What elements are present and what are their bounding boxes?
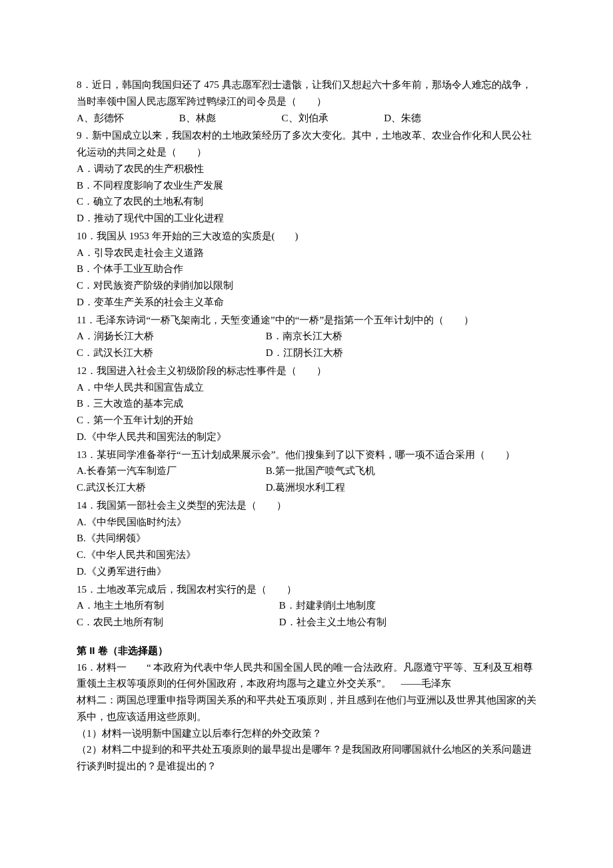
question-16-material-2: 材料二：两国总理重申指导两国关系的和平共处五项原则，并且感到在他们与亚洲以及世界… <box>77 692 536 725</box>
question-10-stem: 10．我国从 1953 年开始的三大改造的实质是( ) <box>77 228 536 245</box>
question-13-option-d: D.葛洲坝水利工程 <box>266 479 346 496</box>
question-9-option-c: C．确立了农民的土地私有制 <box>77 193 536 210</box>
question-16-sub-1: （1）材料一说明新中国建立以后奉行怎样的外交政策？ <box>77 725 536 742</box>
question-12-option-b: B．三大改造的基本完成 <box>77 395 536 412</box>
question-11-option-b: B．南京长江大桥 <box>266 328 342 345</box>
question-14-option-b: B.《共同纲领》 <box>77 530 536 547</box>
question-8-options: A、彭德怀 B、林彪 C、刘伯承 D、朱德 <box>77 110 536 127</box>
question-12-option-d: D.《中华人民共和国宪法的制定》 <box>77 429 536 445</box>
question-14-stem: 14．我国第一部社会主义类型的宪法是（ ） <box>77 497 536 514</box>
question-8-option-b: B、林彪 <box>179 110 279 127</box>
section-2-heading: 第 II 卷（非选择题） <box>77 643 536 659</box>
question-15: 15．土地改革完成后，我国农村实行的是（ ） A．地主土地所有制 B．封建剥削土… <box>77 581 536 631</box>
question-16: 16．材料一 “ 本政府为代表中华人民共和国全国人民的唯一合法政府。凡愿遵守平等… <box>77 659 536 775</box>
question-12-stem: 12．我国进入社会主义初级阶段的标志性事件是（ ） <box>77 363 536 379</box>
question-14-option-a: A.《中华民国临时约法》 <box>77 514 536 531</box>
question-8-stem: 8．近日，韩国向我国归还了 475 具志愿军烈士遗骸，让我们又想起六十多年前，那… <box>77 77 536 110</box>
question-16-material-1: 16．材料一 “ 本政府为代表中华人民共和国全国人民的唯一合法政府。凡愿遵守平等… <box>77 659 536 693</box>
question-11-option-c: C．武汉长江大桥 <box>77 345 263 361</box>
question-9-option-a: A．调动了农民的生产积极性 <box>77 161 536 177</box>
question-11-stem: 11．毛泽东诗词“一桥飞架南北，天堑变通途”中的“一桥”是指第一个五年计划中的（… <box>77 312 536 329</box>
question-11-option-a: A．润扬长江大桥 <box>77 328 263 345</box>
question-9-option-d: D．推动了现代中国的工业化进程 <box>77 210 536 227</box>
question-14-option-c: C.《中华人民共和国宪法》 <box>77 547 536 563</box>
question-10-option-c: C．对民族资产阶级的剥削加以限制 <box>77 277 536 294</box>
question-15-options-row1: A．地主土地所有制 B．封建剥削土地制度 <box>77 597 536 614</box>
question-12-option-a: A．中华人民共和国宣告成立 <box>77 379 536 396</box>
question-11-options-row1: A．润扬长江大桥 B．南京长江大桥 <box>77 328 536 345</box>
exam-page: 8．近日，韩国向我国归还了 475 具志愿军烈士遗骸，让我们又想起六十多年前，那… <box>0 0 613 868</box>
question-13-stem: 13．某班同学准备举行“一五计划成果展示会”。他们搜集到了以下资料，哪一项不适合… <box>77 447 536 463</box>
question-10-option-d: D．变革生产关系的社会主义革命 <box>77 294 536 311</box>
question-8-option-d: D、朱德 <box>384 110 421 127</box>
question-13-options-row2: C.武汉长江大桥 D.葛洲坝水利工程 <box>77 479 536 496</box>
question-12: 12．我国进入社会主义初级阶段的标志性事件是（ ） A．中华人民共和国宣告成立 … <box>77 363 536 445</box>
question-11-option-d: D．江阴长江大桥 <box>266 345 343 361</box>
question-14: 14．我国第一部社会主义类型的宪法是（ ） A.《中华民国临时约法》 B.《共同… <box>77 497 536 580</box>
question-13-option-a: A.长春第一汽车制造厂 <box>77 463 263 479</box>
question-8: 8．近日，韩国向我国归还了 475 具志愿军烈士遗骸，让我们又想起六十多年前，那… <box>77 77 536 126</box>
question-13-options-row1: A.长春第一汽车制造厂 B.第一批国产喷气式飞机 <box>77 463 536 479</box>
question-15-option-c: C．农民土地所有制 <box>77 614 277 631</box>
question-9-stem: 9．新中国成立以来，我国农村的土地政策经历了多次大变化。其中，土地改革、农业合作… <box>77 127 536 161</box>
question-10-option-b: B．个体手工业互助合作 <box>77 261 536 277</box>
question-15-option-b: B．封建剥削土地制度 <box>279 597 376 614</box>
question-15-options-row2: C．农民土地所有制 D．社会主义土地公有制 <box>77 614 536 631</box>
question-15-option-d: D．社会主义土地公有制 <box>279 614 386 631</box>
question-13-option-b: B.第一批国产喷气式飞机 <box>266 463 375 479</box>
question-9: 9．新中国成立以来，我国农村的土地政策经历了多次大变化。其中，土地改革、农业合作… <box>77 127 536 227</box>
question-13: 13．某班同学准备举行“一五计划成果展示会”。他们搜集到了以下资料，哪一项不适合… <box>77 447 536 496</box>
question-11-options-row2: C．武汉长江大桥 D．江阴长江大桥 <box>77 345 536 361</box>
question-8-option-a: A、彭德怀 <box>77 110 177 127</box>
question-10-option-a: A．引导农民走社会主义道路 <box>77 245 536 261</box>
question-10: 10．我国从 1953 年开始的三大改造的实质是( ) A．引导农民走社会主义道… <box>77 228 536 311</box>
question-8-option-c: C、刘伯承 <box>282 110 382 127</box>
question-16-sub-2: （2）材料二中提到的和平共处五项原则的最早提出是哪年？是我国政府同哪国就什么地区… <box>77 741 536 775</box>
question-12-option-c: C．第一个五年计划的开始 <box>77 412 536 429</box>
question-14-option-d: D.《义勇军进行曲》 <box>77 563 536 580</box>
question-15-option-a: A．地主土地所有制 <box>77 597 277 614</box>
question-11: 11．毛泽东诗词“一桥飞架南北，天堑变通途”中的“一桥”是指第一个五年计划中的（… <box>77 312 536 361</box>
question-9-option-b: B．不同程度影响了农业生产发展 <box>77 177 536 194</box>
question-13-option-c: C.武汉长江大桥 <box>77 479 263 496</box>
question-15-stem: 15．土地改革完成后，我国农村实行的是（ ） <box>77 581 536 598</box>
